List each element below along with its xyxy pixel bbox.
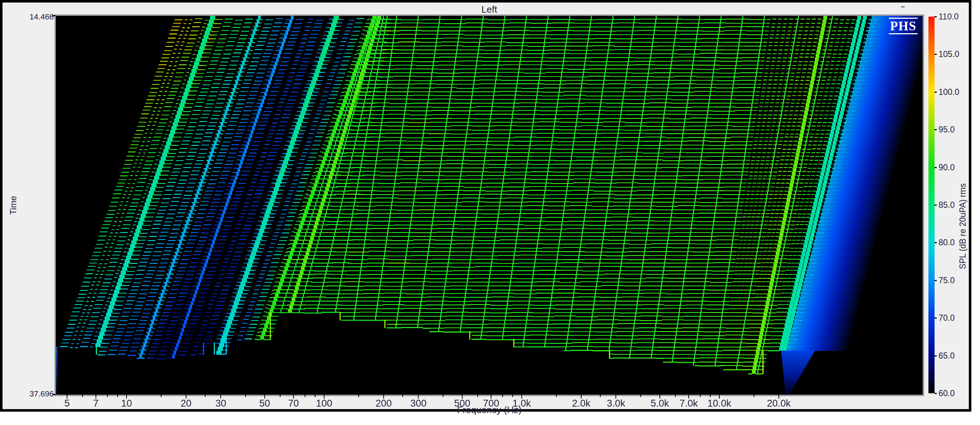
freq-tick-label-30: 30 xyxy=(215,398,226,409)
page-title: Left xyxy=(450,4,529,15)
freq-tick-800 xyxy=(502,395,503,397)
freq-tick-25 xyxy=(205,395,205,397)
freq-tick-80 xyxy=(305,395,305,397)
spl-colorbar xyxy=(928,17,935,393)
freq-tick-label-20: 20 xyxy=(181,398,191,409)
freq-tick-label-70: 70 xyxy=(288,398,299,409)
freq-tick-4000 xyxy=(640,395,641,397)
spl-tick-100.0 xyxy=(935,92,937,93)
freq-tick-250 xyxy=(402,395,403,397)
freq-tick-label-5: 5 xyxy=(65,398,70,409)
freq-tick-8 xyxy=(107,395,108,397)
freq-tick-label-20000: 20.0k xyxy=(767,398,791,409)
time-tick-bottom xyxy=(52,394,56,395)
freq-tick-40 xyxy=(245,395,246,397)
freq-tick-600 xyxy=(477,395,478,397)
spl-tick-65.0 xyxy=(935,355,937,356)
freq-tick-label-7000: 7.0k xyxy=(680,398,698,409)
freq-tick-2500 xyxy=(600,395,601,397)
spl-tick-label-60.0: 60.0 xyxy=(939,388,955,398)
freq-tick-label-10000: 10.0k xyxy=(707,398,731,409)
spl-tick-label-90.0: 90.0 xyxy=(939,162,955,172)
freq-tick-6 xyxy=(82,395,83,397)
freq-tick-label-300: 300 xyxy=(410,398,426,409)
spl-axis-label: SPL (dB re 20uPA) rms xyxy=(958,183,968,269)
spl-tick-75.0 xyxy=(935,280,937,281)
freq-tick-90 xyxy=(315,395,315,397)
freq-tick-label-3000: 3.0k xyxy=(607,398,625,409)
freq-tick-label-50: 50 xyxy=(259,398,270,409)
spl-tick-label-105.0: 105.0 xyxy=(939,50,959,59)
spl-tick-105.0 xyxy=(935,54,937,55)
spl-tick-label-75.0: 75.0 xyxy=(939,275,955,285)
freq-tick-9000 xyxy=(710,395,711,397)
time-axis-label: Time xyxy=(8,196,18,215)
spl-tick-85.0 xyxy=(935,205,937,206)
freq-tick-label-100: 100 xyxy=(316,398,332,409)
spl-tick-60.0 xyxy=(935,393,937,394)
spl-tick-label-95.0: 95.0 xyxy=(939,125,955,134)
freq-tick-900 xyxy=(512,395,513,397)
screenshot-root: Left PHS 14.466 37.696 Time 571020305070… xyxy=(0,0,980,425)
freq-tick-60 xyxy=(280,395,280,397)
time-axis-bottom-value: 37.696 xyxy=(3,389,54,399)
spl-tick-label-100.0: 100.0 xyxy=(939,87,959,97)
spl-tick-label-65.0: 65.0 xyxy=(939,351,955,360)
freq-tick-label-5000: 5.0k xyxy=(651,398,669,409)
time-axis-top-value: 14.466 xyxy=(3,12,54,22)
top-edge-tick xyxy=(901,6,905,8)
freq-tick-15 xyxy=(161,395,162,397)
spl-tick-70.0 xyxy=(935,318,937,319)
frequency-axis-label: Frequency (Hz) xyxy=(457,404,521,415)
freq-tick-label-2000: 2.0k xyxy=(572,398,590,409)
freq-tick-label-200: 200 xyxy=(375,398,391,409)
time-tick-top xyxy=(52,15,56,16)
freq-tick-1500 xyxy=(556,395,557,397)
freq-tick-400 xyxy=(443,395,444,397)
spl-tick-label-80.0: 80.0 xyxy=(939,238,955,248)
freq-tick-label-7: 7 xyxy=(93,398,99,409)
spl-tick-80.0 xyxy=(935,242,937,243)
freq-tick-label-10: 10 xyxy=(121,398,132,409)
spl-tick-label-85.0: 85.0 xyxy=(939,200,955,210)
spl-tick-90.0 xyxy=(935,167,937,168)
spl-tick-95.0 xyxy=(935,129,937,130)
freq-tick-6000 xyxy=(675,395,676,397)
freq-tick-9 xyxy=(117,395,118,397)
spl-tick-110.0 xyxy=(935,16,937,17)
spl-tick-label-70.0: 70.0 xyxy=(939,313,955,323)
freq-tick-15000 xyxy=(754,395,754,397)
waterfall-plot-canvas[interactable] xyxy=(56,16,923,395)
phs-logo: PHS xyxy=(889,18,918,34)
freq-tick-150 xyxy=(358,395,359,397)
freq-tick-8000 xyxy=(700,395,700,397)
waterfall-panel: Left PHS 14.466 37.696 Time 571020305070… xyxy=(0,0,971,412)
spl-tick-label-110.0: 110.0 xyxy=(939,12,959,22)
